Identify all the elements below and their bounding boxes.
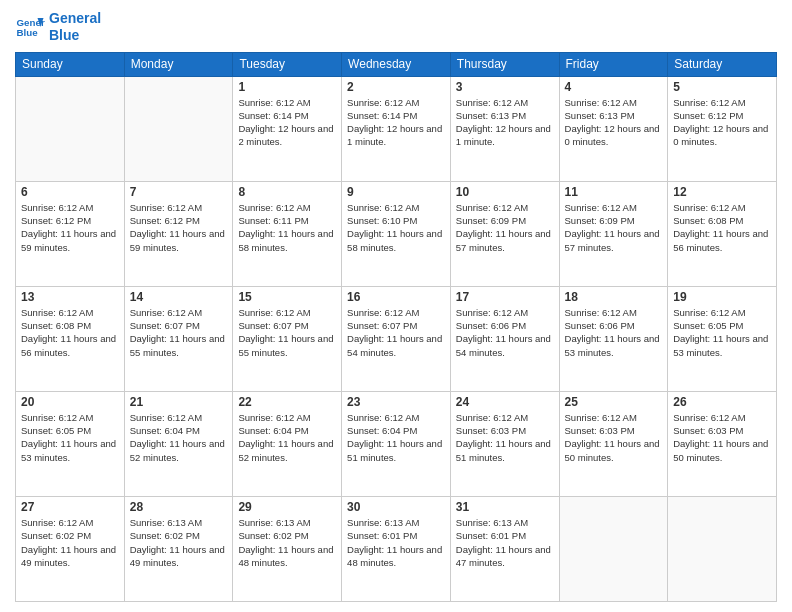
day-cell: 24Sunrise: 6:12 AM Sunset: 6:03 PM Dayli… — [450, 391, 559, 496]
day-number: 31 — [456, 500, 554, 514]
day-number: 9 — [347, 185, 445, 199]
day-number: 13 — [21, 290, 119, 304]
day-info: Sunrise: 6:12 AM Sunset: 6:09 PM Dayligh… — [565, 201, 663, 254]
day-info: Sunrise: 6:12 AM Sunset: 6:11 PM Dayligh… — [238, 201, 336, 254]
day-number: 30 — [347, 500, 445, 514]
day-cell: 8Sunrise: 6:12 AM Sunset: 6:11 PM Daylig… — [233, 181, 342, 286]
week-row-1: 1Sunrise: 6:12 AM Sunset: 6:14 PM Daylig… — [16, 76, 777, 181]
weekday-header-monday: Monday — [124, 52, 233, 76]
day-info: Sunrise: 6:12 AM Sunset: 6:13 PM Dayligh… — [565, 96, 663, 149]
day-cell: 14Sunrise: 6:12 AM Sunset: 6:07 PM Dayli… — [124, 286, 233, 391]
day-number: 3 — [456, 80, 554, 94]
logo-text: General Blue — [49, 10, 101, 44]
day-cell: 22Sunrise: 6:12 AM Sunset: 6:04 PM Dayli… — [233, 391, 342, 496]
day-cell — [124, 76, 233, 181]
day-info: Sunrise: 6:12 AM Sunset: 6:14 PM Dayligh… — [238, 96, 336, 149]
day-info: Sunrise: 6:12 AM Sunset: 6:09 PM Dayligh… — [456, 201, 554, 254]
day-cell: 3Sunrise: 6:12 AM Sunset: 6:13 PM Daylig… — [450, 76, 559, 181]
weekday-header-tuesday: Tuesday — [233, 52, 342, 76]
day-cell: 15Sunrise: 6:12 AM Sunset: 6:07 PM Dayli… — [233, 286, 342, 391]
day-number: 25 — [565, 395, 663, 409]
day-cell: 5Sunrise: 6:12 AM Sunset: 6:12 PM Daylig… — [668, 76, 777, 181]
day-info: Sunrise: 6:12 AM Sunset: 6:04 PM Dayligh… — [347, 411, 445, 464]
day-number: 2 — [347, 80, 445, 94]
day-cell: 17Sunrise: 6:12 AM Sunset: 6:06 PM Dayli… — [450, 286, 559, 391]
logo-icon: General Blue — [15, 12, 45, 42]
page: General Blue General Blue SundayMondayTu… — [0, 0, 792, 612]
day-number: 5 — [673, 80, 771, 94]
day-cell: 4Sunrise: 6:12 AM Sunset: 6:13 PM Daylig… — [559, 76, 668, 181]
day-info: Sunrise: 6:13 AM Sunset: 6:02 PM Dayligh… — [130, 516, 228, 569]
day-cell: 18Sunrise: 6:12 AM Sunset: 6:06 PM Dayli… — [559, 286, 668, 391]
day-info: Sunrise: 6:12 AM Sunset: 6:14 PM Dayligh… — [347, 96, 445, 149]
weekday-header-saturday: Saturday — [668, 52, 777, 76]
day-cell: 28Sunrise: 6:13 AM Sunset: 6:02 PM Dayli… — [124, 496, 233, 601]
day-number: 29 — [238, 500, 336, 514]
day-cell — [668, 496, 777, 601]
day-number: 27 — [21, 500, 119, 514]
day-info: Sunrise: 6:12 AM Sunset: 6:03 PM Dayligh… — [673, 411, 771, 464]
day-number: 17 — [456, 290, 554, 304]
day-cell: 29Sunrise: 6:13 AM Sunset: 6:02 PM Dayli… — [233, 496, 342, 601]
week-row-2: 6Sunrise: 6:12 AM Sunset: 6:12 PM Daylig… — [16, 181, 777, 286]
day-cell: 25Sunrise: 6:12 AM Sunset: 6:03 PM Dayli… — [559, 391, 668, 496]
day-number: 20 — [21, 395, 119, 409]
day-info: Sunrise: 6:13 AM Sunset: 6:02 PM Dayligh… — [238, 516, 336, 569]
week-row-4: 20Sunrise: 6:12 AM Sunset: 6:05 PM Dayli… — [16, 391, 777, 496]
day-cell: 9Sunrise: 6:12 AM Sunset: 6:10 PM Daylig… — [342, 181, 451, 286]
day-info: Sunrise: 6:12 AM Sunset: 6:13 PM Dayligh… — [456, 96, 554, 149]
day-cell: 16Sunrise: 6:12 AM Sunset: 6:07 PM Dayli… — [342, 286, 451, 391]
weekday-header-row: SundayMondayTuesdayWednesdayThursdayFrid… — [16, 52, 777, 76]
day-cell: 23Sunrise: 6:12 AM Sunset: 6:04 PM Dayli… — [342, 391, 451, 496]
day-info: Sunrise: 6:12 AM Sunset: 6:06 PM Dayligh… — [565, 306, 663, 359]
day-cell: 20Sunrise: 6:12 AM Sunset: 6:05 PM Dayli… — [16, 391, 125, 496]
day-info: Sunrise: 6:12 AM Sunset: 6:04 PM Dayligh… — [130, 411, 228, 464]
calendar-table: SundayMondayTuesdayWednesdayThursdayFrid… — [15, 52, 777, 602]
day-cell: 1Sunrise: 6:12 AM Sunset: 6:14 PM Daylig… — [233, 76, 342, 181]
weekday-header-thursday: Thursday — [450, 52, 559, 76]
day-number: 15 — [238, 290, 336, 304]
day-number: 11 — [565, 185, 663, 199]
day-info: Sunrise: 6:12 AM Sunset: 6:03 PM Dayligh… — [456, 411, 554, 464]
day-cell: 31Sunrise: 6:13 AM Sunset: 6:01 PM Dayli… — [450, 496, 559, 601]
day-number: 14 — [130, 290, 228, 304]
day-info: Sunrise: 6:12 AM Sunset: 6:07 PM Dayligh… — [347, 306, 445, 359]
day-cell: 12Sunrise: 6:12 AM Sunset: 6:08 PM Dayli… — [668, 181, 777, 286]
day-cell: 2Sunrise: 6:12 AM Sunset: 6:14 PM Daylig… — [342, 76, 451, 181]
day-cell: 11Sunrise: 6:12 AM Sunset: 6:09 PM Dayli… — [559, 181, 668, 286]
day-info: Sunrise: 6:12 AM Sunset: 6:07 PM Dayligh… — [130, 306, 228, 359]
day-info: Sunrise: 6:12 AM Sunset: 6:04 PM Dayligh… — [238, 411, 336, 464]
day-cell: 6Sunrise: 6:12 AM Sunset: 6:12 PM Daylig… — [16, 181, 125, 286]
day-cell — [559, 496, 668, 601]
weekday-header-friday: Friday — [559, 52, 668, 76]
day-info: Sunrise: 6:13 AM Sunset: 6:01 PM Dayligh… — [347, 516, 445, 569]
day-number: 18 — [565, 290, 663, 304]
header: General Blue General Blue — [15, 10, 777, 44]
day-number: 22 — [238, 395, 336, 409]
svg-text:Blue: Blue — [17, 27, 39, 38]
day-info: Sunrise: 6:13 AM Sunset: 6:01 PM Dayligh… — [456, 516, 554, 569]
day-number: 16 — [347, 290, 445, 304]
day-number: 23 — [347, 395, 445, 409]
day-number: 1 — [238, 80, 336, 94]
day-number: 7 — [130, 185, 228, 199]
day-info: Sunrise: 6:12 AM Sunset: 6:05 PM Dayligh… — [673, 306, 771, 359]
day-info: Sunrise: 6:12 AM Sunset: 6:02 PM Dayligh… — [21, 516, 119, 569]
weekday-header-sunday: Sunday — [16, 52, 125, 76]
day-info: Sunrise: 6:12 AM Sunset: 6:06 PM Dayligh… — [456, 306, 554, 359]
week-row-5: 27Sunrise: 6:12 AM Sunset: 6:02 PM Dayli… — [16, 496, 777, 601]
day-info: Sunrise: 6:12 AM Sunset: 6:08 PM Dayligh… — [673, 201, 771, 254]
day-cell: 21Sunrise: 6:12 AM Sunset: 6:04 PM Dayli… — [124, 391, 233, 496]
day-cell: 30Sunrise: 6:13 AM Sunset: 6:01 PM Dayli… — [342, 496, 451, 601]
day-info: Sunrise: 6:12 AM Sunset: 6:08 PM Dayligh… — [21, 306, 119, 359]
day-info: Sunrise: 6:12 AM Sunset: 6:03 PM Dayligh… — [565, 411, 663, 464]
day-number: 19 — [673, 290, 771, 304]
logo: General Blue General Blue — [15, 10, 101, 44]
day-cell — [16, 76, 125, 181]
day-number: 6 — [21, 185, 119, 199]
day-number: 21 — [130, 395, 228, 409]
weekday-header-wednesday: Wednesday — [342, 52, 451, 76]
day-cell: 13Sunrise: 6:12 AM Sunset: 6:08 PM Dayli… — [16, 286, 125, 391]
day-number: 12 — [673, 185, 771, 199]
day-cell: 27Sunrise: 6:12 AM Sunset: 6:02 PM Dayli… — [16, 496, 125, 601]
